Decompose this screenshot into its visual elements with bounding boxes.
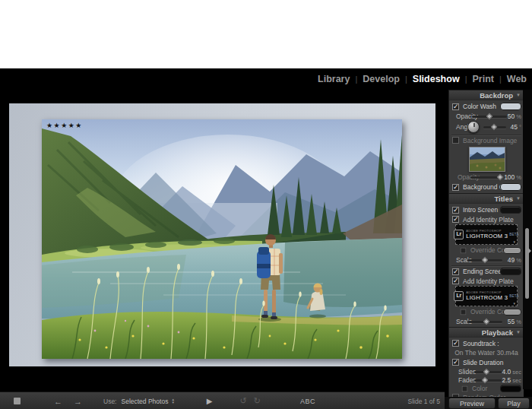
angle-knob[interactable] (467, 121, 480, 133)
color-wash-swatch[interactable] (500, 103, 521, 110)
slides-slider[interactable] (474, 371, 502, 373)
angle-slider[interactable] (483, 126, 506, 128)
play-button[interactable]: Play (498, 398, 530, 409)
use-selected-photos-dropdown[interactable]: Selected Photos (121, 398, 168, 405)
intro-scale-slider[interactable] (467, 259, 502, 262)
add-text-abc-button[interactable]: ABC (300, 398, 315, 405)
right-panel: Backdrop ▼ Color Wash Opacity 50% Angle … (448, 90, 524, 398)
plate-brand-large: LIGHTROOM 3 (466, 233, 508, 239)
opacity-slider[interactable] (472, 116, 507, 118)
intro-override-color-swatch[interactable] (503, 247, 521, 254)
slide-counter: Slide 1 of 5 (407, 398, 440, 405)
angle-value[interactable]: 45 (511, 123, 518, 131)
use-label: Use: (103, 398, 116, 405)
plate-beta-label: BETA (509, 294, 519, 298)
dropdown-caret-icon[interactable]: ▲▼ (171, 398, 174, 404)
plate-dropdown-arrow-icon[interactable]: ▾ (513, 301, 515, 306)
panel-button-strip: Preview Play (445, 397, 532, 409)
intro-screen-label: Intro Screen (463, 206, 498, 214)
rating-stars[interactable]: ★★★★★ (46, 122, 83, 129)
titles-panel-header[interactable]: Titles ▼ (449, 193, 524, 204)
ending-identity-plate-preview[interactable]: Lr ADOBE PHOTOSHOP LIGHTROOM 3BETA ▾ (455, 286, 518, 306)
module-separator: | (355, 75, 357, 84)
slide-duration-checkbox[interactable] (452, 359, 459, 366)
module-separator: | (465, 75, 467, 84)
soundtrack-filename[interactable]: On The Water 30.m4a (454, 349, 518, 357)
chevron-down-icon: ▼ (516, 196, 521, 201)
module-library[interactable]: Library (318, 74, 350, 84)
ending-override-color-checkbox[interactable] (461, 309, 467, 315)
slide-duration-label: Slide Duration (463, 359, 503, 366)
titles-title: Titles (494, 195, 513, 203)
panel-collapse-arrow-icon[interactable] (528, 248, 531, 254)
plate-dropdown-arrow-icon[interactable]: ▾ (513, 239, 515, 244)
fade-color-label: Color (472, 385, 487, 392)
module-develop[interactable]: Develop (363, 74, 400, 84)
rotate-left-icon[interactable]: ↺ (240, 396, 247, 406)
chevron-down-icon: ▼ (516, 330, 521, 334)
image-opacity-value[interactable]: 100 (504, 173, 515, 181)
slides-value[interactable]: 4.0 (502, 368, 511, 376)
background-image-preview (470, 147, 505, 171)
module-web[interactable]: Web (507, 74, 527, 84)
ending-screen-checkbox[interactable] (452, 268, 459, 275)
image-opacity-slider[interactable] (470, 176, 502, 179)
ending-scale-value[interactable]: 55 (508, 318, 515, 325)
background-color-checkbox[interactable] (452, 184, 459, 191)
intro-identity-plate-preview[interactable]: Lr ADOBE PHOTOSHOP LIGHTROOM 3BETA ▾ (455, 224, 518, 245)
slide-photo (42, 119, 402, 359)
fades-slider[interactable] (474, 379, 502, 382)
color-wash-label: Color Wash (463, 103, 496, 110)
soundtrack-checkbox[interactable] (452, 340, 459, 347)
slide-preview[interactable]: ★★★★★ (42, 119, 402, 359)
panel-scrollbar-thumb[interactable] (525, 228, 529, 299)
playback-panel-header[interactable]: Playback ▼ (449, 327, 524, 338)
ending-override-color-swatch[interactable] (503, 309, 521, 315)
fade-color-swatch[interactable] (500, 385, 521, 392)
module-picker: Library | Develop | Slideshow | Print | … (0, 68, 532, 90)
lightroom-logo: Lr (454, 291, 464, 301)
intro-identity-plate-label: Add Identity Plate (463, 216, 514, 224)
intro-screen-checkbox[interactable] (452, 207, 459, 214)
soundtrack-label: Soundtrack : (463, 340, 499, 347)
plate-beta-label: BETA (509, 233, 519, 236)
backdrop-title: Backdrop (480, 91, 513, 100)
ending-identity-plate-label: Add Identity Plate (463, 277, 514, 285)
backdrop-panel-header[interactable]: Backdrop ▼ (449, 90, 524, 100)
rotate-right-icon[interactable]: ↻ (254, 396, 261, 406)
background-color-swatch[interactable] (500, 183, 521, 191)
plate-brand-large: LIGHTROOM 3 (466, 294, 508, 301)
background-image-thumbnail[interactable] (469, 147, 505, 172)
playback-title: Playback (482, 328, 513, 337)
play-impromptu-icon[interactable]: ▶ (207, 397, 213, 405)
slide-editor-workspace: ★★★★★ (9, 103, 435, 366)
intro-override-color-checkbox[interactable] (461, 247, 467, 253)
ending-scale-slider[interactable] (467, 321, 502, 323)
lightroom-logo: Lr (454, 230, 464, 239)
intro-scale-value[interactable]: 49 (508, 256, 515, 264)
previous-slide-icon[interactable]: ← (54, 397, 62, 406)
chevron-down-icon: ▼ (516, 93, 521, 97)
fade-color-checkbox[interactable] (462, 385, 468, 392)
background-image-checkbox[interactable] (452, 137, 459, 144)
lightroom-window: Library | Develop | Slideshow | Print | … (0, 68, 532, 409)
fades-value[interactable]: 2.5 (502, 376, 511, 384)
panel-scrollbar (523, 90, 532, 389)
ending-screen-swatch[interactable] (500, 268, 521, 275)
background-image-label: Background Image (463, 137, 517, 144)
module-separator: | (499, 75, 502, 84)
next-slide-icon[interactable]: → (74, 397, 82, 406)
ending-identity-plate-checkbox[interactable] (452, 277, 459, 284)
opacity-value[interactable]: 50 (508, 113, 515, 120)
preview-button[interactable]: Preview (448, 398, 496, 409)
module-slideshow[interactable]: Slideshow (413, 74, 460, 84)
color-wash-checkbox[interactable] (452, 103, 459, 110)
stop-slideshow-icon[interactable] (14, 398, 21, 404)
intro-screen-swatch[interactable] (500, 206, 521, 214)
slides-label: Slides (458, 368, 476, 376)
ending-screen-label: Ending Screen (463, 268, 505, 275)
module-separator: | (405, 75, 407, 84)
intro-identity-plate-checkbox[interactable] (452, 216, 459, 223)
module-print[interactable]: Print (472, 74, 493, 84)
toolbar: ← → Use: Selected Photos ▲▼ ▶ ↺ ↻ ABC Sl… (0, 392, 445, 409)
